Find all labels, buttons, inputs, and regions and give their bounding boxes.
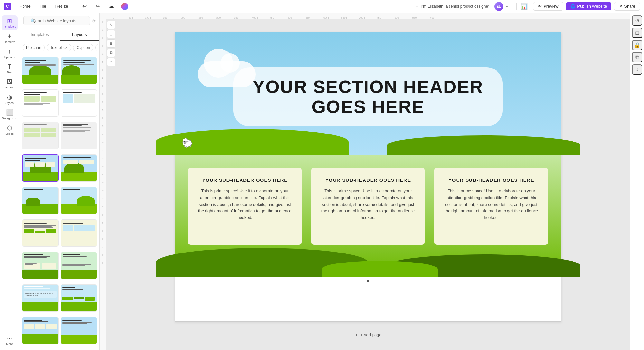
preview-eye-icon: 👁 bbox=[538, 4, 542, 9]
nav-divider bbox=[75, 3, 75, 10]
templates-icon: ⊞ bbox=[7, 17, 12, 24]
canvas-tool-copy[interactable]: ⧉ bbox=[107, 49, 115, 57]
undo-button[interactable]: ↩ bbox=[79, 2, 90, 11]
card-1-body: This is prime space! Use it to elaborate… bbox=[196, 188, 294, 221]
sidebar-item-templates[interactable]: ⊞ Templates bbox=[2, 15, 18, 30]
chip-pie-chart[interactable]: Pie chart bbox=[23, 44, 45, 51]
tab-templates[interactable]: Templates bbox=[19, 29, 60, 41]
more-icon: ··· bbox=[7, 335, 12, 342]
template-card-9[interactable] bbox=[22, 187, 59, 214]
sidebar-item-styles[interactable]: ◑ Styles bbox=[2, 92, 18, 106]
template-card-2[interactable] bbox=[61, 57, 97, 84]
template-card-11[interactable] bbox=[22, 219, 59, 247]
template-card-1[interactable] bbox=[22, 57, 59, 84]
search-input[interactable] bbox=[23, 16, 90, 25]
home-button[interactable]: Home bbox=[16, 3, 34, 10]
resize-button[interactable]: Resize bbox=[52, 3, 71, 10]
right-tool-lock[interactable]: 🔒 bbox=[632, 40, 642, 50]
template-card-5[interactable] bbox=[22, 122, 59, 149]
template-card-6[interactable] bbox=[61, 122, 97, 149]
logos-icon: ⬡ bbox=[7, 124, 12, 132]
horizontal-ruler: 0 50 100 150 200 250 300 350 400 bbox=[100, 13, 630, 19]
canvas-scroll[interactable]: YOUR SECTION HEADER GOES HERE 🐑 bbox=[106, 19, 630, 350]
chip-text-block[interactable]: Text block bbox=[47, 44, 71, 51]
templates-grid: This space is for big words with a bold … bbox=[19, 54, 99, 350]
right-tool-refresh[interactable]: ↺ bbox=[632, 15, 642, 26]
user-avatar[interactable]: EL bbox=[494, 2, 503, 11]
avatar-group: EL ＋ bbox=[494, 2, 509, 11]
redo-button[interactable]: ↪ bbox=[92, 2, 103, 11]
canvas-tool-select[interactable]: ↖ bbox=[107, 21, 115, 29]
add-page-icon: ＋ bbox=[355, 332, 359, 338]
info-card-2[interactable]: YOUR SUB-HEADER GOES HERE This is prime … bbox=[311, 168, 425, 245]
elements-icon: ✦ bbox=[7, 33, 12, 40]
logos-label: Logos bbox=[5, 132, 14, 135]
canvas-tool-more[interactable]: ↕ bbox=[107, 58, 115, 66]
analytics-icon[interactable]: 📊 bbox=[521, 3, 528, 10]
templates-label: Templates bbox=[3, 25, 16, 28]
hero-title[interactable]: YOUR SECTION HEADER GOES HERE bbox=[253, 77, 483, 116]
template-card-15[interactable]: This space is for big words with a bold … bbox=[22, 284, 59, 312]
filter-chips: Pie chart Text block Caption Home... › bbox=[19, 41, 99, 54]
tab-layouts[interactable]: Layouts bbox=[60, 29, 100, 41]
template-card-3[interactable] bbox=[22, 89, 59, 117]
info-card-1[interactable]: YOUR SUB-HEADER GOES HERE This is prime … bbox=[188, 168, 302, 245]
elements-label: Elements bbox=[4, 41, 16, 44]
template-card-16[interactable] bbox=[61, 284, 97, 312]
sidebar-item-logos[interactable]: ⬡ Logos bbox=[2, 123, 18, 137]
sidebar-item-uploads[interactable]: ↑ Uploads bbox=[2, 46, 18, 61]
template-card-17[interactable] bbox=[22, 317, 59, 344]
main-layout: ⊞ Templates ✦ Elements ↑ Uploads T Text … bbox=[0, 13, 644, 350]
sidebar-item-photos[interactable]: 🖼 Photos bbox=[2, 77, 18, 91]
file-button[interactable]: File bbox=[36, 3, 50, 10]
search-input-wrap: 🔍 bbox=[23, 16, 90, 25]
page-dot-1[interactable] bbox=[367, 280, 369, 282]
right-tool-position[interactable]: ⊡ bbox=[632, 28, 642, 38]
sidebar-item-text[interactable]: T Text bbox=[2, 61, 18, 76]
canvas-tool-connect[interactable]: ⊕ bbox=[107, 39, 115, 48]
add-collaborator-icon[interactable]: ＋ bbox=[505, 4, 509, 9]
nav-divider-2 bbox=[516, 3, 517, 10]
app-logo[interactable]: C bbox=[4, 3, 11, 10]
photos-label: Photos bbox=[5, 86, 14, 89]
template-card-8[interactable] bbox=[61, 154, 97, 182]
right-sidebar: ↺ ⊡ 🔒 ⧉ ↕ bbox=[630, 13, 644, 350]
template-card-13[interactable] bbox=[22, 252, 59, 279]
more-label: More bbox=[6, 342, 13, 345]
card-3-subheader: YOUR SUB-HEADER GOES HERE bbox=[442, 177, 540, 183]
uploads-label: Uploads bbox=[4, 56, 15, 59]
vertical-ruler: 0 1 0 0 1 5 0 2 0 0 2 5 0 3 0 0 3 5 0 4 bbox=[100, 19, 106, 350]
sidebar-item-background[interactable]: ⬜ Background bbox=[2, 107, 18, 122]
canvas-tools: ↖ ⊡ ⊕ ⧉ ↕ bbox=[107, 19, 115, 66]
color-palette-swatch[interactable] bbox=[121, 3, 128, 10]
template-card-12[interactable] bbox=[61, 219, 97, 247]
add-page-bar[interactable]: ＋ + Add page bbox=[113, 328, 623, 341]
canva-logo-icon: C bbox=[4, 3, 11, 10]
icon-rail: ⊞ Templates ✦ Elements ↑ Uploads T Text … bbox=[0, 13, 19, 350]
right-tool-group[interactable]: ⧉ bbox=[632, 52, 642, 62]
sheep-decoration: 🐑 bbox=[182, 138, 193, 148]
cards-section: YOUR SUB-HEADER GOES HERE This is prime … bbox=[175, 155, 561, 277]
styles-label: Styles bbox=[5, 101, 14, 105]
chip-home[interactable]: Home... bbox=[95, 44, 99, 51]
right-tool-align[interactable]: ↕ bbox=[632, 64, 642, 75]
card-2-subheader: YOUR SUB-HEADER GOES HERE bbox=[319, 177, 417, 183]
sidebar-item-more[interactable]: ··· More bbox=[2, 333, 18, 347]
template-card-7[interactable] bbox=[22, 154, 59, 182]
cloud-save-button[interactable]: ☁ bbox=[106, 2, 117, 11]
info-card-3[interactable]: YOUR SUB-HEADER GOES HERE This is prime … bbox=[434, 168, 548, 245]
search-refresh-button[interactable]: ⟳ bbox=[92, 18, 96, 23]
styles-icon: ◑ bbox=[7, 94, 12, 101]
template-card-14[interactable] bbox=[61, 252, 97, 279]
sidebar-item-elements[interactable]: ✦ Elements bbox=[2, 31, 18, 46]
chip-caption[interactable]: Caption bbox=[73, 44, 93, 51]
template-card-10[interactable] bbox=[61, 187, 97, 214]
template-card-4[interactable] bbox=[61, 89, 97, 117]
publish-button[interactable]: 🌐 Publish Website bbox=[566, 2, 611, 10]
canvas-tool-frame[interactable]: ⊡ bbox=[107, 30, 115, 38]
share-button[interactable]: ↗ Share bbox=[614, 2, 640, 11]
hill-center bbox=[322, 261, 437, 277]
share-arrow-icon: ↗ bbox=[619, 4, 622, 9]
template-card-18[interactable] bbox=[61, 317, 97, 344]
preview-button[interactable]: 👁 Preview bbox=[533, 2, 563, 11]
